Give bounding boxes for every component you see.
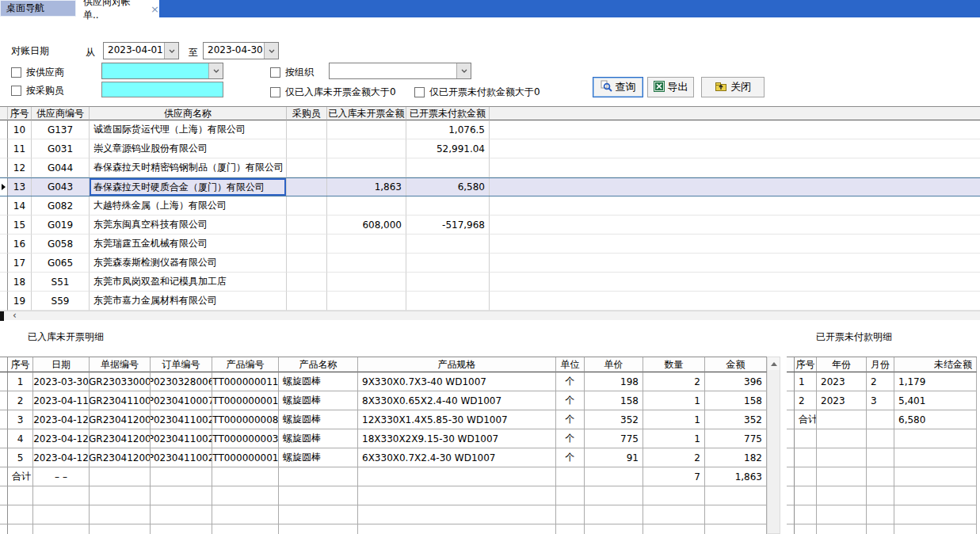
record-selector[interactable]	[787, 505, 795, 524]
col-header[interactable]: 年份	[817, 357, 867, 372]
col-header[interactable]: 序号	[8, 357, 33, 372]
chevron-down-icon[interactable]	[456, 63, 471, 78]
col-header[interactable]: 未结金额	[894, 357, 977, 372]
chevron-down-icon[interactable]	[208, 63, 223, 78]
col-header[interactable]: 供应商编号	[32, 107, 90, 120]
col-header[interactable]: 采购员	[287, 107, 327, 120]
record-selector[interactable]	[787, 429, 795, 448]
col-header[interactable]: 已开票未付款金额	[406, 107, 490, 120]
close-button[interactable]: 关闭	[701, 77, 765, 97]
hscrollbar-thumb[interactable]	[0, 311, 4, 321]
only-received-checkbox[interactable]	[270, 87, 280, 97]
record-selector[interactable]	[0, 448, 8, 467]
col-header[interactable]: 订单编号	[151, 357, 212, 372]
table-row[interactable]: 11G031崇义章源钨业股份有限公司52,991.04	[0, 139, 980, 158]
vertical-scrollbar[interactable]	[767, 357, 780, 534]
table-row[interactable]	[787, 467, 977, 486]
table-row[interactable]: 合计– –71,863	[0, 467, 767, 486]
table-row[interactable]	[787, 505, 977, 524]
col-header[interactable]: 单价	[585, 357, 643, 372]
instock-detail-grid[interactable]: 序号日期单据编号订单编号产品编号产品名称产品规格单位单价数量金额12023-03…	[0, 357, 767, 534]
col-header[interactable]: 月份	[867, 357, 894, 372]
col-header[interactable]: 单位	[556, 357, 585, 372]
table-row[interactable]	[787, 429, 977, 448]
record-selector[interactable]	[0, 467, 8, 486]
chevron-down-icon[interactable]	[264, 43, 278, 59]
table-row[interactable]: 52023-04-12CGR230412006P0230411002CTT000…	[0, 448, 767, 467]
table-row[interactable]: 13G043春保森拉天时硬质合金（厦门）有限公司1,8636,580	[0, 177, 980, 196]
by-supplier-checkbox[interactable]	[11, 67, 21, 78]
record-selector[interactable]	[0, 196, 8, 216]
record-selector[interactable]	[0, 158, 8, 177]
col-header[interactable]: 产品名称	[279, 357, 358, 372]
record-selector[interactable]	[0, 505, 8, 524]
col-header[interactable]: 产品规格	[358, 357, 556, 372]
record-selector[interactable]	[0, 273, 8, 292]
table-row[interactable]: 10G137诚造国际货运代理（上海）有限公司1,076.5	[0, 120, 980, 139]
org-select[interactable]	[329, 63, 471, 79]
tab-supplier-statement[interactable]: 供应商对帐单.. ×	[77, 0, 159, 17]
tab-desktop-navigation[interactable]: 桌面导航	[0, 0, 76, 17]
table-row[interactable]	[0, 524, 767, 534]
table-row[interactable]	[0, 505, 767, 524]
record-selector[interactable]	[0, 372, 8, 391]
record-selector[interactable]	[0, 391, 8, 410]
supplier-select[interactable]	[101, 63, 223, 79]
table-row[interactable]: 1202321,179	[787, 372, 977, 391]
scroll-left-icon[interactable]: ‹	[13, 311, 17, 320]
table-row[interactable]: 14G082大越特殊金属（上海）有限公司	[0, 196, 980, 216]
scroll-up-icon[interactable]	[768, 357, 780, 370]
record-selector[interactable]	[787, 486, 795, 505]
col-header[interactable]: 单据编号	[90, 357, 151, 372]
record-selector[interactable]	[0, 139, 8, 158]
col-header[interactable]: 序号	[8, 107, 32, 120]
from-date-select[interactable]: 2023-04-01	[103, 42, 179, 59]
record-selector[interactable]	[0, 235, 8, 254]
record-selector[interactable]	[787, 448, 795, 467]
record-selector[interactable]	[0, 254, 8, 273]
record-selector[interactable]	[0, 120, 8, 139]
col-header[interactable]: 日期	[33, 357, 90, 372]
record-selector[interactable]	[0, 292, 8, 311]
chevron-down-icon[interactable]	[164, 43, 178, 59]
table-row[interactable]: 22023-04-11CGR230411007P0230410007CTT000…	[0, 391, 767, 410]
table-row[interactable]	[787, 448, 977, 467]
table-row[interactable]: 42023-04-12CGR230412006P0230411002CTT000…	[0, 429, 767, 448]
table-row[interactable]: 32023-04-12CGR230412006P0230411002CTT000…	[0, 410, 767, 429]
record-selector[interactable]	[0, 216, 8, 235]
record-selector[interactable]	[787, 410, 795, 429]
table-row[interactable]: 12023-03-30CGR230330001P0230328006CTT000…	[0, 372, 767, 391]
table-row[interactable]: 19S59东莞市嘉力金属材料有限公司	[0, 292, 980, 311]
table-row[interactable]: 18S51东莞市凤岗双盈和记模具加工店	[0, 273, 980, 292]
supplier-grid[interactable]: 序号供应商编号供应商名称采购员已入库未开票金额已开票未付款金额10G137诚造国…	[0, 106, 980, 311]
table-row[interactable]	[787, 524, 977, 534]
table-row[interactable]: 合计6,580	[787, 410, 977, 429]
record-selector[interactable]	[787, 524, 795, 534]
query-button[interactable]: 查询	[593, 77, 643, 97]
by-org-checkbox[interactable]	[270, 67, 280, 78]
record-selector[interactable]	[0, 486, 8, 505]
record-selector[interactable]	[0, 410, 8, 429]
table-row[interactable]	[787, 486, 977, 505]
table-row[interactable]: 17G065东莞森泰斯检测仪器有限公司	[0, 254, 980, 273]
record-selector[interactable]	[787, 391, 795, 410]
by-buyer-checkbox[interactable]	[11, 86, 21, 96]
record-selector[interactable]	[0, 429, 8, 448]
only-invoiced-checkbox[interactable]	[414, 87, 425, 97]
table-row[interactable]: 12G044春保森拉天时精密钨钢制品（厦门）有限公司	[0, 158, 980, 177]
to-date-select[interactable]: 2023-04-30	[203, 42, 279, 59]
record-selector[interactable]	[787, 467, 795, 486]
table-row[interactable]: 15G019东莞东闽真空科技有限公司608,000-517,968	[0, 216, 980, 235]
col-header[interactable]: 数量	[643, 357, 705, 372]
col-header[interactable]: 供应商名称	[90, 107, 287, 120]
invoiced-detail-grid[interactable]: 序号年份月份未结金额1202321,1792202335,401合计6,580	[787, 357, 977, 534]
horizontal-scrollbar[interactable]: ‹	[0, 311, 980, 320]
col-header[interactable]: 金额	[705, 357, 767, 372]
record-selector[interactable]	[0, 524, 8, 534]
col-header[interactable]: 产品编号	[212, 357, 279, 372]
col-header[interactable]: 序号	[795, 357, 817, 372]
table-row[interactable]: 16G058东莞瑞霆五金机械有限公司	[0, 235, 980, 254]
record-selector[interactable]	[0, 357, 8, 372]
record-selector[interactable]	[787, 357, 795, 372]
record-selector[interactable]	[0, 107, 8, 120]
